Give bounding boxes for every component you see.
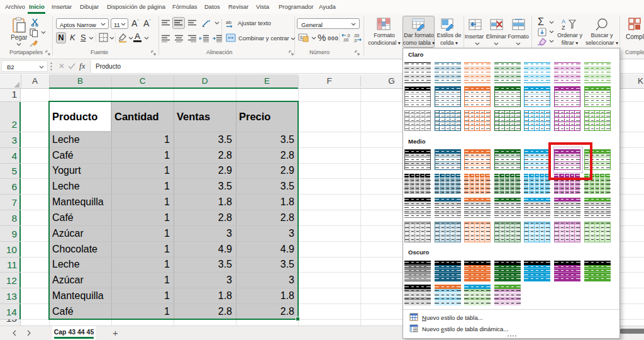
svg-text:.00: .00 (343, 38, 348, 42)
svg-text:ab: ab (226, 20, 231, 25)
svg-text:.0: .0 (347, 33, 350, 38)
svg-text:.0: .0 (353, 38, 357, 42)
svg-text:$: $ (300, 35, 303, 40)
svg-text:Z: Z (562, 25, 565, 30)
svg-text:.00: .00 (353, 33, 359, 38)
svg-text:A: A (562, 18, 565, 25)
